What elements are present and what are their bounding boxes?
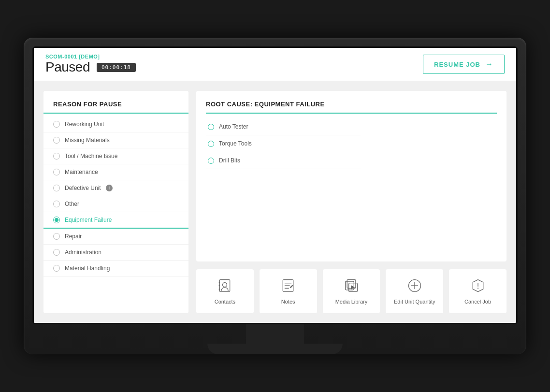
- radio-icon-repair: [53, 233, 60, 240]
- cause-radio-drill-bits: [208, 158, 214, 164]
- media-library-icon: [344, 278, 359, 299]
- cause-item-drill-bits[interactable]: Drill Bits: [206, 152, 361, 169]
- job-id: SCOM-0001 [DEMO]: [45, 54, 136, 59]
- reason-label-material-handling: Material Handling: [65, 265, 110, 272]
- timer-badge: 00:00:18: [97, 63, 136, 72]
- cause-label-auto-tester: Auto Tester: [219, 123, 248, 130]
- right-section: ROOT CAUSE: EQUIPMENT FAILURE Auto Teste…: [196, 91, 507, 313]
- reason-item-other[interactable]: Other: [43, 196, 188, 212]
- radio-icon-other: [53, 201, 60, 207]
- cause-item-torque-tools[interactable]: Torque Tools: [206, 135, 361, 152]
- resume-arrow-icon: →: [485, 60, 493, 69]
- svg-point-17: [478, 288, 478, 289]
- reason-label-tool-machine: Tool / Machine Issue: [65, 153, 117, 160]
- notes-button[interactable]: Notes: [260, 269, 317, 313]
- monitor-wrapper: SCOM-0001 [DEMO] Paused 00:00:18 RESUME …: [24, 38, 526, 354]
- cancel-job-icon: [470, 278, 486, 299]
- reason-item-equipment-failure[interactable]: Equipment Failure: [43, 212, 188, 229]
- root-cause-title: ROOT CAUSE: EQUIPMENT FAILURE: [206, 101, 497, 114]
- media-library-label: Media Library: [335, 299, 368, 305]
- reason-label-administration: Administration: [65, 249, 101, 256]
- reason-for-pause-title: REASON FOR PAUSE: [43, 101, 188, 114]
- edit-unit-quantity-icon: [407, 278, 422, 299]
- radio-icon-administration: [53, 249, 60, 256]
- reason-label-missing-materials: Missing Materials: [65, 137, 110, 144]
- cancel-job-label: Cancel Job: [464, 299, 491, 305]
- reason-item-maintenance[interactable]: Maintenance: [43, 164, 188, 180]
- reason-label-defective-unit: Defective Unit: [65, 185, 101, 191]
- monitor-outer: SCOM-0001 [DEMO] Paused 00:00:18 RESUME …: [24, 38, 526, 354]
- reason-label-reworking: Reworking Unit: [65, 121, 104, 128]
- header-left: SCOM-0001 [DEMO] Paused 00:00:18: [45, 54, 136, 75]
- media-library-button[interactable]: Media Library: [323, 269, 380, 313]
- monitor-stand-base: [207, 344, 343, 354]
- radio-icon-reworking: [53, 121, 60, 128]
- reason-label-other: Other: [65, 201, 79, 207]
- root-cause-panel: ROOT CAUSE: EQUIPMENT FAILURE Auto Teste…: [196, 91, 507, 261]
- reason-item-tool-machine[interactable]: Tool / Machine Issue: [43, 148, 188, 164]
- cause-label-torque-tools: Torque Tools: [219, 140, 252, 147]
- reason-item-material-handling[interactable]: Material Handling: [43, 261, 188, 276]
- cause-radio-auto-tester: [208, 124, 214, 130]
- radio-icon-equipment-failure: [53, 217, 60, 223]
- radio-icon-material-handling: [53, 265, 60, 272]
- contacts-icon: [217, 278, 232, 299]
- reason-item-administration[interactable]: Administration: [43, 245, 188, 261]
- notes-icon: [280, 278, 296, 299]
- info-icon: i: [106, 185, 113, 191]
- resume-job-label: RESUME JOB: [434, 61, 480, 68]
- radio-icon-defective-unit: [53, 185, 60, 191]
- svg-rect-9: [346, 281, 354, 290]
- notes-label: Notes: [281, 299, 295, 305]
- reason-item-missing-materials[interactable]: Missing Materials: [43, 132, 188, 148]
- app-header: SCOM-0001 [DEMO] Paused 00:00:18 RESUME …: [34, 48, 516, 81]
- radio-icon-missing-materials: [53, 137, 60, 144]
- header-title-row: Paused 00:00:18: [45, 59, 136, 75]
- contacts-button[interactable]: Contacts: [196, 269, 254, 313]
- edit-unit-quantity-label: Edit Unit Quantity: [394, 299, 435, 305]
- reason-label-maintenance: Maintenance: [65, 169, 98, 175]
- reason-item-repair[interactable]: Repair: [43, 229, 188, 245]
- cause-item-auto-tester[interactable]: Auto Tester: [206, 118, 361, 135]
- reason-label-repair: Repair: [65, 233, 82, 240]
- monitor-stand-top: [246, 324, 304, 344]
- contacts-label: Contacts: [215, 299, 235, 305]
- monitor-screen: SCOM-0001 [DEMO] Paused 00:00:18 RESUME …: [32, 46, 518, 324]
- reason-item-defective-unit[interactable]: Defective Unit i: [43, 180, 188, 196]
- reason-label-equipment-failure: Equipment Failure: [65, 217, 112, 223]
- radio-icon-maintenance: [53, 169, 60, 175]
- svg-point-1: [223, 283, 227, 287]
- cancel-job-button[interactable]: Cancel Job: [449, 269, 507, 313]
- edit-unit-quantity-button[interactable]: Edit Unit Quantity: [386, 269, 443, 313]
- cause-radio-torque-tools: [208, 141, 214, 147]
- action-buttons-row: Contacts: [196, 269, 507, 313]
- reason-item-reworking[interactable]: Reworking Unit: [43, 116, 188, 132]
- app-body: REASON FOR PAUSE Reworking Unit Missing …: [34, 81, 516, 323]
- left-panel: REASON FOR PAUSE Reworking Unit Missing …: [43, 91, 188, 313]
- paused-title: Paused: [45, 59, 90, 75]
- radio-icon-tool-machine: [53, 153, 60, 160]
- cause-label-drill-bits: Drill Bits: [219, 157, 240, 164]
- resume-job-button[interactable]: RESUME JOB →: [423, 55, 505, 74]
